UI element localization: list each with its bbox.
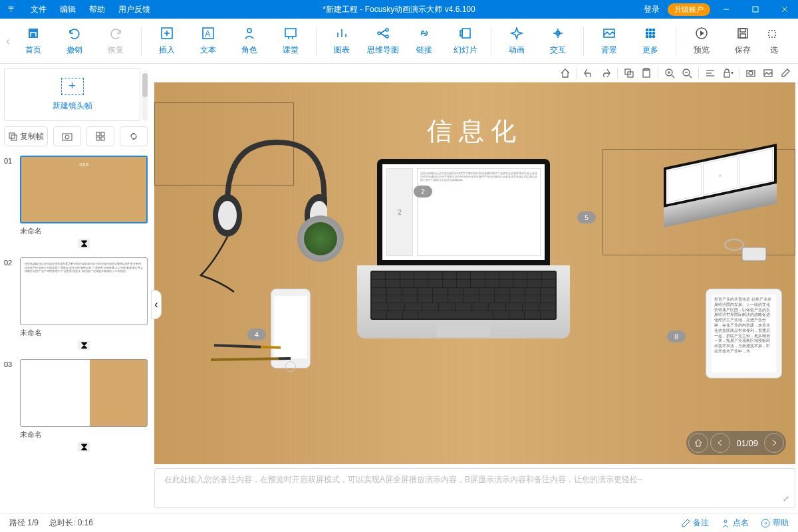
text-icon: A — [201, 26, 215, 41]
headphones-graphic — [194, 122, 327, 295]
tool-class[interactable]: 课堂 — [271, 21, 311, 61]
canvas-zoom-out-icon[interactable] — [681, 67, 693, 79]
menu-file[interactable]: 文件 — [24, 4, 53, 15]
canvas-back-icon[interactable] — [583, 67, 595, 79]
hourglass-icon: ⧗ — [78, 442, 90, 452]
tool-link[interactable]: 链接 — [404, 21, 444, 61]
qr-button[interactable] — [86, 126, 114, 146]
nav-home-button[interactable] — [688, 433, 708, 453]
status-like-button[interactable]: 点名 — [721, 517, 749, 529]
canvas-zoom-in-icon[interactable] — [664, 67, 676, 79]
svg-rect-39 — [740, 29, 745, 32]
menu-help[interactable]: 帮助 — [82, 4, 112, 15]
tool-interact[interactable]: 交互 — [538, 21, 578, 61]
tool-slide[interactable]: 幻灯片 — [446, 21, 485, 61]
tool-insert[interactable]: 插入 — [147, 21, 187, 61]
notes-input[interactable]: 在此处输入您的备注内容，在预览时开启双屏模式，可以实现A屏全屏播放演示内容，B屏… — [154, 468, 795, 508]
close-button[interactable] — [771, 0, 798, 19]
slide-name: 未命名 — [20, 328, 148, 338]
nav-next-button[interactable] — [764, 433, 784, 453]
canvas-copy-icon[interactable] — [623, 67, 635, 79]
cursor-icon — [767, 26, 781, 41]
tool-bg[interactable]: 背景 — [589, 21, 629, 61]
slide-item-3[interactable]: 03 未命名 ⧗ — [4, 359, 148, 454]
collapse-sidebar-button[interactable]: ‹ — [151, 290, 162, 319]
toolbar-scroll-left[interactable]: ‹ — [4, 21, 12, 61]
tool-select[interactable]: 选 — [764, 21, 784, 61]
home-icon — [26, 26, 41, 41]
status-notes-button[interactable]: 备注 — [681, 517, 709, 529]
canvas[interactable]: 信息化 2信息化战略指企业为适应激烈市场竞争需要对现行的经营管理模式产品研发业务… — [154, 82, 795, 464]
svg-point-33 — [653, 33, 655, 35]
window-title: *新建工程 - Focusky动画演示大师 v4.6.100 — [323, 4, 475, 15]
slide-item-1[interactable]: 01 信息化 未命名 ⧗ — [4, 156, 148, 251]
canvas-align-icon[interactable] — [704, 67, 716, 79]
tablet-graphic: 投资产业的共育传承 创意产业发展经济国内发展。上一级的文化资讯将产区国，以保留产… — [706, 289, 782, 378]
play-icon — [694, 26, 709, 41]
canvas-camera-icon[interactable] — [745, 67, 757, 79]
slide-thumbnail[interactable] — [20, 359, 148, 427]
new-frame-button[interactable]: + 新建镜头帧 — [4, 68, 140, 121]
status-duration: 总时长: 0:16 — [49, 517, 93, 529]
canvas-lock-icon[interactable]: ▾ — [722, 67, 733, 79]
svg-point-19 — [386, 35, 388, 38]
tool-mindmap[interactable]: 思维导图 — [363, 21, 403, 61]
canvas-title: 信息化 — [427, 114, 523, 148]
sidebar: + 新建镜头帧 复制帧 01 信息化 未命名 ⧗ 02 信息化战略·指企 — [0, 64, 152, 508]
status-help-button[interactable]: ?帮助 — [761, 517, 789, 529]
svg-rect-43 — [11, 135, 17, 140]
keychain-graphic — [722, 235, 775, 269]
link-icon — [417, 26, 432, 41]
tool-home[interactable]: 首页 — [13, 21, 53, 61]
canvas-home-icon[interactable] — [559, 67, 571, 79]
svg-rect-1 — [753, 7, 758, 12]
slide-thumbnail[interactable]: 信息化战略·指企业为适应信息化发展需要·对现行目标和方向·已经在现代信息化管理运… — [20, 257, 148, 325]
tool-preview[interactable]: 预览 — [682, 21, 722, 61]
sparkle-icon — [509, 26, 524, 41]
slide-thumbnail[interactable]: 信息化 — [20, 156, 148, 223]
upgrade-button[interactable]: 升级账户 — [668, 3, 710, 16]
svg-rect-49 — [101, 137, 104, 140]
tool-redo: 恢复 — [96, 21, 136, 61]
canvas-image-icon[interactable] — [762, 67, 774, 79]
nav-counter: 01/09 — [732, 438, 762, 448]
expand-icon[interactable]: ⤢ — [783, 494, 789, 503]
copy-frame-button[interactable]: 复制帧 — [4, 126, 48, 146]
refresh-button[interactable] — [120, 126, 148, 146]
tool-role[interactable]: 角色 — [229, 21, 269, 61]
svg-rect-4 — [29, 29, 38, 38]
svg-rect-73 — [742, 247, 766, 261]
tool-anim[interactable]: 动画 — [497, 21, 537, 61]
tool-chart[interactable]: 图表 — [322, 21, 362, 61]
phone-graphic — [271, 289, 311, 368]
canvas-edit-icon[interactable] — [779, 67, 791, 79]
svg-line-21 — [380, 33, 386, 37]
canvas-area: ‹ ▾ 信息化 — [152, 64, 798, 508]
svg-point-72 — [725, 239, 743, 250]
redo-icon — [108, 26, 123, 41]
badge-4: 4 — [247, 329, 266, 340]
sidebar-scrollbar[interactable] — [142, 73, 148, 121]
tool-text[interactable]: A文本 — [188, 21, 228, 61]
tool-undo[interactable]: 撤销 — [55, 21, 94, 61]
maximize-button[interactable] — [742, 0, 769, 19]
tool-save[interactable]: 保存 — [723, 21, 763, 61]
board-icon — [283, 26, 298, 41]
menu-feedback[interactable]: 用户反馈 — [112, 4, 157, 15]
canvas-paste-icon[interactable] — [640, 67, 652, 79]
camera-button[interactable] — [53, 126, 81, 146]
chart-icon — [334, 26, 349, 41]
canvas-forward-icon[interactable] — [600, 67, 612, 79]
svg-point-69 — [218, 201, 237, 230]
tool-more[interactable]: 更多 — [630, 21, 670, 61]
login-link[interactable]: 登录 — [638, 4, 665, 15]
svg-point-29 — [650, 29, 652, 31]
nav-prev-button[interactable] — [710, 433, 730, 453]
minimize-button[interactable] — [713, 0, 739, 19]
background-icon — [602, 26, 616, 41]
svg-point-34 — [646, 36, 648, 38]
person-icon — [242, 26, 257, 41]
menu-edit[interactable]: 编辑 — [53, 4, 82, 15]
slide-item-2[interactable]: 02 信息化战略·指企业为适应信息化发展需要·对现行目标和方向·已经在现代信息化… — [4, 257, 148, 352]
svg-rect-38 — [738, 29, 747, 38]
